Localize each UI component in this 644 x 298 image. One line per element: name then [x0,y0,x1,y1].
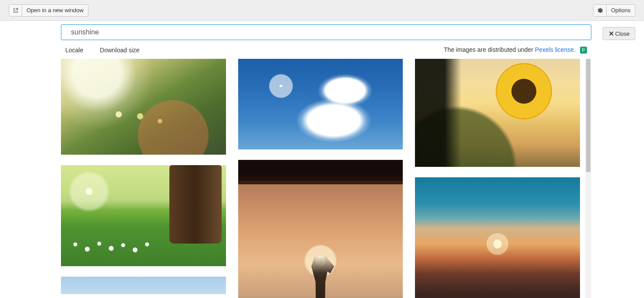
filter-locale[interactable]: Locale [65,47,83,54]
result-thumb[interactable] [415,59,580,167]
close-icon [608,30,614,37]
result-thumb[interactable] [61,59,226,155]
filter-download-size[interactable]: Download size [100,47,139,54]
close-button[interactable]: Close [603,27,635,40]
filters-row: Locale Download size The images are dist… [61,40,591,59]
gallery [61,59,583,298]
gallery-col-1 [61,59,226,298]
license-notice: The images are distributed under Pexels … [444,46,587,54]
result-thumb[interactable] [238,59,403,149]
license-prefix: The images are distributed under [444,46,535,53]
content: Locale Download size The images are dist… [61,24,591,298]
open-new-window-group: Open in a new window [9,4,88,17]
result-thumb[interactable] [61,277,226,294]
gallery-col-2 [238,59,403,298]
vertical-scrollbar[interactable] [585,59,591,298]
results [61,59,591,298]
toolbar: Open in a new window Options [0,0,644,21]
search-input[interactable] [61,24,591,40]
result-thumb[interactable] [61,165,226,266]
open-external-icon [13,7,19,14]
options-group: Options [593,4,635,17]
open-new-window-button[interactable]: Open in a new window [22,5,88,16]
options-icon-button[interactable] [593,5,607,16]
result-thumb[interactable] [415,177,580,298]
main: Locale Download size The images are dist… [0,21,644,298]
license-link[interactable]: Pexels license [535,46,574,53]
gear-icon [597,7,603,14]
open-external-icon-button[interactable] [9,5,22,16]
scrollbar-thumb[interactable] [586,59,590,172]
gallery-col-3 [415,59,580,298]
license-badge-icon[interactable]: P [580,47,587,54]
options-button[interactable]: Options [607,5,635,16]
license-suffix: . [574,46,576,53]
close-button-label: Close [615,30,630,37]
result-thumb[interactable] [238,160,403,298]
